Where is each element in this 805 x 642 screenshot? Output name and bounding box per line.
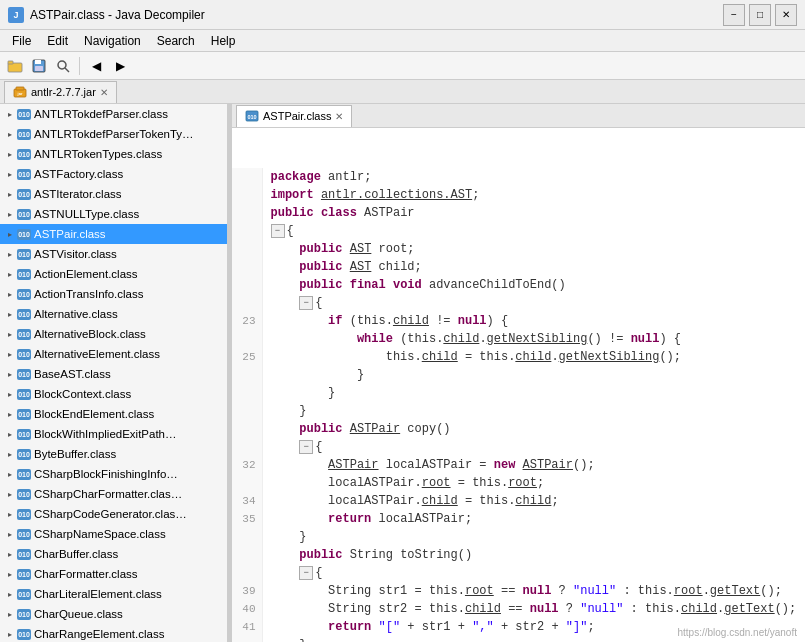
expand-icon: ▸ [4,188,16,200]
tree-item[interactable]: ▸ 010 AlternativeBlock.class [0,324,227,344]
svg-rect-8 [16,87,24,90]
toolbar-save-button[interactable] [28,55,50,77]
tree-item[interactable]: ▸ 010 ASTVisitor.class [0,244,227,264]
tree-item[interactable]: ▸ 010 ANTLRTokdefParser.class [0,104,227,124]
line-number [232,420,262,438]
tree-item-label: ASTPair.class [34,228,106,240]
expand-icon: ▸ [4,228,16,240]
line-number [232,564,262,582]
tree-class-icon: 010 [16,367,32,381]
jar-tab-label: antlr-2.7.7.jar [31,86,96,98]
tree-item[interactable]: ▸ 010 ASTFactory.class [0,164,227,184]
code-line-content: localASTPair.root = this.root; [262,474,805,492]
toolbar-back-button[interactable]: ◀ [85,55,107,77]
expand-icon: ▸ [4,448,16,460]
tree-item[interactable]: ▸ 010 ActionElement.class [0,264,227,284]
code-panel: 010 ASTPair.class ✕ package antlr;import… [232,104,805,642]
tree-class-icon: 010 [16,527,32,541]
code-line-content: return localASTPair; [262,510,805,528]
menu-navigation[interactable]: Navigation [76,32,149,50]
tree-class-icon: 010 [16,407,32,421]
code-content[interactable]: package antlr;import antlr.collections.A… [232,128,805,642]
tree-item[interactable]: ▸ 010 ASTIterator.class [0,184,227,204]
tree-item[interactable]: ▸ 010 CSharpCharFormatter.clas… [0,484,227,504]
collapse-btn[interactable]: − [271,224,285,238]
tree-item[interactable]: ▸ 010 BlockContext.class [0,384,227,404]
collapse-btn[interactable]: − [299,296,313,310]
maximize-button[interactable]: □ [749,4,771,26]
tree-item-label: CharRangeElement.class [34,628,164,640]
tree-item[interactable]: ▸ 010 ANTLRTokenTypes.class [0,144,227,164]
expand-icon: ▸ [4,148,16,160]
code-line-row: import antlr.collections.AST; [232,186,805,204]
toolbar-forward-button[interactable]: ▶ [109,55,131,77]
code-tab-label: ASTPair.class [263,110,331,122]
tree-item[interactable]: ▸ 010 BaseAST.class [0,364,227,384]
line-number: 41 [232,618,262,636]
tree-item[interactable]: ▸ 010 CharLiteralElement.class [0,584,227,604]
tree-item[interactable]: ▸ 010 CharRangeElement.class [0,624,227,642]
tree-item[interactable]: ▸ 010 AlternativeElement.class [0,344,227,364]
file-tree: ▸ 010 ANTLRTokdefParser.class ▸ 010 ANTL… [0,104,228,642]
code-line-row: } [232,384,805,402]
line-number: 34 [232,492,262,510]
tree-class-icon: 010 [16,307,32,321]
code-line-content: −{ [262,294,805,312]
tree-class-icon: 010 [16,507,32,521]
minimize-button[interactable]: − [723,4,745,26]
code-line-content: −{ [262,438,805,456]
svg-rect-3 [35,60,41,64]
jar-tab-close[interactable]: ✕ [100,87,108,98]
tree-item[interactable]: ▸ 010 CharBuffer.class [0,544,227,564]
tree-item[interactable]: ▸ 010 ANTLRTokdefParserTokenTy… [0,124,227,144]
tree-class-icon: 010 [16,267,32,281]
code-line-content: } [262,528,805,546]
menu-edit[interactable]: Edit [39,32,76,50]
tree-item[interactable]: ▸ 010 CharQueue.class [0,604,227,624]
tree-item-label: ActionTransInfo.class [34,288,144,300]
expand-icon: ▸ [4,208,16,220]
tree-item-label: CharFormatter.class [34,568,138,580]
tree-item[interactable]: ▸ 010 Alternative.class [0,304,227,324]
tree-item-label: AlternativeElement.class [34,348,160,360]
tree-item-label: CSharpCodeGenerator.clas… [34,508,187,520]
tree-item[interactable]: ▸ 010 CSharpNameSpace.class [0,524,227,544]
code-line-content: import antlr.collections.AST; [262,186,805,204]
line-number [232,240,262,258]
tree-item[interactable]: ▸ 010 ByteBuffer.class [0,444,227,464]
tree-item[interactable]: ▸ 010 BlockEndElement.class [0,404,227,424]
tree-class-icon: 010 [16,467,32,481]
close-button[interactable]: ✕ [775,4,797,26]
line-number [232,276,262,294]
code-tab-close[interactable]: ✕ [335,111,343,122]
tree-item[interactable]: ▸ 010 BlockWithImpliedExitPath… [0,424,227,444]
tree-item-label: BlockEndElement.class [34,408,154,420]
tree-item[interactable]: ▸ 010 CSharpCodeGenerator.clas… [0,504,227,524]
code-line-row: public AST root; [232,240,805,258]
tree-item[interactable]: ▸ 010 ASTNULLType.class [0,204,227,224]
tree-item-label: ANTLRTokdefParserTokenTy… [34,128,194,140]
tree-item[interactable]: ▸ 010 ActionTransInfo.class [0,284,227,304]
expand-icon: ▸ [4,388,16,400]
jar-tab[interactable]: jar antlr-2.7.7.jar ✕ [4,81,117,103]
code-line-row: localASTPair.root = this.root; [232,474,805,492]
line-number [232,438,262,456]
toolbar-search-button[interactable] [52,55,74,77]
tree-item[interactable]: ▸ 010 ASTPair.class [0,224,227,244]
menu-file[interactable]: File [4,32,39,50]
tree-item-label: CharLiteralElement.class [34,588,162,600]
menu-search[interactable]: Search [149,32,203,50]
tree-item[interactable]: ▸ 010 CSharpBlockFinishingInfo… [0,464,227,484]
code-line-content: localASTPair.child = this.child; [262,492,805,510]
menu-help[interactable]: Help [203,32,244,50]
toolbar-open-button[interactable] [4,55,26,77]
tree-item[interactable]: ▸ 010 CharFormatter.class [0,564,227,584]
collapse-btn[interactable]: − [299,566,313,580]
line-number: 32 [232,456,262,474]
watermark: https://blog.csdn.net/yanoft [677,627,797,638]
collapse-btn[interactable]: − [299,440,313,454]
tree-item-label: ASTVisitor.class [34,248,117,260]
line-number [232,294,262,312]
expand-icon: ▸ [4,488,16,500]
code-tab[interactable]: 010 ASTPair.class ✕ [236,105,352,127]
